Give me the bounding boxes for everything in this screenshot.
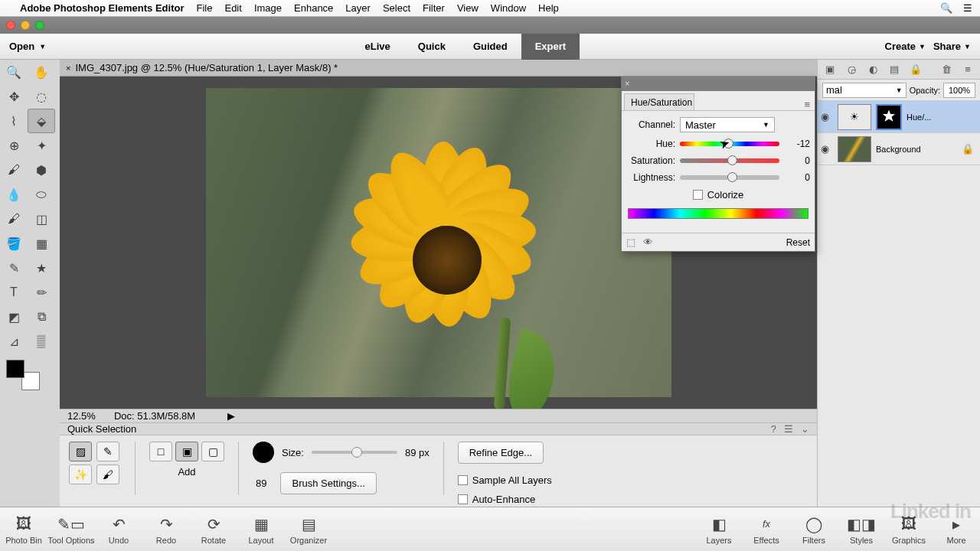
crop-tool[interactable]: ◩: [0, 305, 28, 329]
brush-settings-button[interactable]: Brush Settings...: [280, 472, 376, 494]
zoom-level[interactable]: 12.5%: [67, 410, 96, 422]
sponge-tool[interactable]: ⬭: [28, 182, 55, 207]
spot-heal-tool[interactable]: ✦: [28, 133, 55, 158]
layer-name[interactable]: Background: [876, 145, 921, 154]
saturation-slider[interactable]: [680, 155, 779, 166]
marquee-tool[interactable]: ◌: [28, 84, 55, 109]
rotate-button[interactable]: ⟳Rotate: [190, 514, 237, 545]
create-button[interactable]: Create ▼: [885, 41, 926, 52]
menu-layer[interactable]: Layer: [345, 2, 371, 14]
hue-saturation-panel[interactable]: × Hue/Saturation ≡ Channel: Master▼ Hue:…: [621, 77, 815, 252]
window-zoom-button[interactable]: [35, 21, 44, 30]
layer-thumb[interactable]: [838, 136, 871, 162]
sample-all-layers-checkbox[interactable]: Sample All Layers: [458, 474, 552, 486]
opacity-value[interactable]: 100%: [943, 83, 975, 98]
organizer-button[interactable]: ▤Organizer: [285, 514, 332, 545]
open-button[interactable]: Open ▼: [9, 41, 46, 52]
blend-mode-dropdown[interactable]: mal▼: [822, 83, 906, 98]
color-swatches[interactable]: [6, 360, 40, 390]
bucket-tool[interactable]: 🪣: [0, 231, 28, 256]
window-close-button[interactable]: [6, 21, 15, 30]
eraser-tool[interactable]: ◫: [28, 207, 55, 231]
collapse-icon[interactable]: ⌄: [801, 423, 809, 435]
tab-quick[interactable]: Quick: [404, 34, 459, 60]
refine-brush-mode[interactable]: 🖌: [96, 465, 119, 484]
shape-tool[interactable]: ★: [28, 256, 55, 280]
subtract-selection-button[interactable]: ▢: [201, 442, 224, 461]
eyedropper-tool[interactable]: ✎: [0, 256, 28, 280]
recompose-tool[interactable]: ⧉: [28, 305, 55, 329]
tab-expert[interactable]: Expert: [521, 34, 580, 60]
effects-button[interactable]: fxEffects: [743, 514, 790, 545]
new-layer-icon[interactable]: ▣: [822, 62, 838, 77]
menu-help[interactable]: Help: [538, 2, 559, 14]
menu-view[interactable]: View: [457, 2, 479, 14]
size-slider[interactable]: [312, 451, 397, 454]
pencil-tool[interactable]: ✏: [28, 280, 55, 305]
panel-menu-icon[interactable]: ≡: [960, 62, 975, 77]
size-value[interactable]: 89: [256, 478, 266, 489]
list-icon[interactable]: ☰: [963, 2, 972, 14]
quick-select-tool[interactable]: ⬙: [28, 109, 55, 133]
layer-mask-thumb[interactable]: [876, 104, 902, 130]
blur-tool[interactable]: 💧: [0, 182, 28, 207]
preset-menu-icon[interactable]: ☰: [784, 423, 793, 435]
smart-brush-tool[interactable]: 🖌: [0, 158, 28, 182]
menu-enhance[interactable]: Enhance: [294, 2, 333, 14]
close-tab-icon[interactable]: ×: [66, 64, 70, 73]
brush-tool[interactable]: 🖌: [0, 207, 28, 231]
tab-guided[interactable]: Guided: [459, 34, 521, 60]
hand-tool[interactable]: ✋: [28, 60, 55, 84]
visibility-icon[interactable]: 👁: [643, 236, 653, 248]
menu-file[interactable]: File: [197, 2, 213, 14]
fg-color[interactable]: [6, 360, 24, 378]
trash-icon[interactable]: 🗑: [939, 62, 954, 77]
reset-button[interactable]: Reset: [786, 237, 810, 248]
search-icon[interactable]: 🔍: [940, 2, 952, 14]
panel-tab[interactable]: Hue/Saturation: [624, 93, 694, 110]
layer-name[interactable]: Hue/...: [906, 112, 931, 122]
layers-button[interactable]: ◧Layers: [695, 514, 743, 545]
menu-select[interactable]: Select: [383, 2, 410, 14]
help-icon[interactable]: ?: [771, 423, 776, 435]
redo-button[interactable]: ↷Redo: [142, 514, 190, 545]
styles-button[interactable]: ◧◨Styles: [838, 514, 885, 545]
lightness-slider[interactable]: [680, 172, 779, 183]
gradient-tool[interactable]: ▦: [28, 231, 55, 256]
redeye-tool[interactable]: ⊕: [0, 133, 28, 158]
photo-bin-button[interactable]: 🖼Photo Bin: [0, 514, 47, 545]
menu-window[interactable]: Window: [491, 2, 526, 14]
adjustment-icon[interactable]: ◐: [865, 62, 880, 77]
clip-icon[interactable]: ⬚: [626, 236, 635, 248]
quick-select-mode[interactable]: ▨: [69, 442, 92, 461]
selection-brush-mode[interactable]: ✎: [96, 442, 119, 461]
undo-button[interactable]: ↶Undo: [95, 514, 142, 545]
zoom-tool[interactable]: 🔍: [0, 60, 28, 84]
lock-icon[interactable]: 🔒: [908, 62, 923, 77]
adjustment-thumb[interactable]: ☀: [838, 104, 871, 130]
magic-wand-mode[interactable]: ✨: [69, 465, 92, 484]
channel-dropdown[interactable]: Master▼: [680, 117, 775, 132]
refine-edge-button[interactable]: Refine Edge...: [458, 442, 544, 464]
tab-elive[interactable]: eLive: [351, 34, 404, 60]
status-arrow-icon[interactable]: ▶: [227, 410, 235, 422]
menu-edit[interactable]: Edit: [224, 2, 241, 14]
move-tool[interactable]: ✥: [0, 84, 28, 109]
menu-image[interactable]: Image: [254, 2, 282, 14]
panel-menu-icon[interactable]: ≡: [804, 99, 810, 110]
window-minimize-button[interactable]: [21, 21, 30, 30]
content-move-tool[interactable]: ▒: [28, 329, 55, 354]
colorize-checkbox[interactable]: Colorize: [626, 189, 810, 201]
straighten-tool[interactable]: ⊿: [0, 329, 28, 354]
hue-value[interactable]: -12: [784, 139, 810, 149]
lightness-value[interactable]: 0: [784, 172, 810, 183]
share-button[interactable]: Share ▼: [933, 41, 971, 52]
visibility-icon[interactable]: ◉: [821, 111, 833, 122]
document-title[interactable]: IMG_4307.jpg @ 12.5% (Hue/Saturation 1, …: [75, 62, 338, 73]
type-tool[interactable]: T: [0, 280, 28, 305]
layer-hue-saturation[interactable]: ◉ ☀ Hue/...: [818, 101, 980, 133]
filters-button[interactable]: ◯Filters: [790, 514, 838, 545]
visibility-icon[interactable]: ◉: [821, 143, 833, 155]
layout-button[interactable]: ▦Layout: [237, 514, 285, 545]
auto-enhance-checkbox[interactable]: Auto-Enhance: [458, 494, 535, 505]
